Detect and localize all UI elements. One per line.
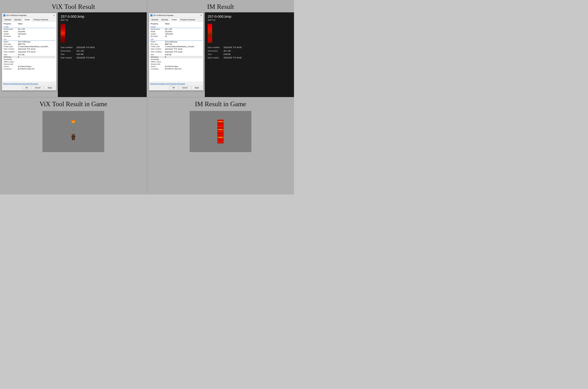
tab-details[interactable]: Details xyxy=(23,18,32,22)
vix-result-quadrant: ViX Tool Result 257-0-000.bmp Properties… xyxy=(0,0,147,97)
vix-thumbnail xyxy=(61,24,65,43)
vix-game-title: ViX Tool Result in Game xyxy=(39,97,107,110)
section-image: Image xyxy=(3,25,55,28)
prop-attributes: AttributesA xyxy=(3,56,55,58)
tab-prev-versions[interactable]: Previous Versions xyxy=(32,18,50,22)
close-icon[interactable]: ✕ xyxy=(53,14,55,17)
im-dialog: 257-0-000.bmp Properties ✕ General Secur… xyxy=(149,13,204,91)
im-section-image: Image xyxy=(150,25,202,28)
prop-sharedwith: Shared with xyxy=(3,63,55,65)
im-tab-prev-versions[interactable]: Previous Versions xyxy=(179,18,197,22)
im-game-quadrant: IM Result in Game xyxy=(147,97,294,195)
im-prop-table: Property Value Image Dimensions28 x 120 xyxy=(150,23,202,70)
im-game-character xyxy=(217,120,224,143)
vix-tabs: General Security Details Previous Versio… xyxy=(2,18,56,22)
im-section-file: File xyxy=(150,37,202,41)
im-dialog-footer: Remove Properties and Personal Informati… xyxy=(149,82,203,90)
remove-properties-link[interactable]: Remove Properties and Personal Informati… xyxy=(3,83,55,85)
im-tab-security[interactable]: Security xyxy=(160,18,170,22)
vix-game-quadrant: ViX Tool Result in Game xyxy=(0,97,147,195)
file-icon-im xyxy=(150,14,152,16)
im-tabs: General Security Details Previous Versio… xyxy=(149,18,203,22)
vix-btn-row: OK Cancel Apply xyxy=(3,86,55,89)
im-cancel-button[interactable]: Cancel xyxy=(179,86,190,89)
im-prop-size: Size6.69 KB xyxy=(150,54,202,56)
im-thumbnail xyxy=(208,24,212,43)
vix-dialog-title: 257-0-000.bmp Properties xyxy=(6,14,27,16)
vix-dialog-body: Property Value Image Dimensions xyxy=(2,22,56,82)
im-prop-availability: Availability xyxy=(150,58,202,61)
vix-prop-table: Property Value Image Dimensions xyxy=(3,23,55,70)
prop-computer: ComputerELTON-PC (this PC) xyxy=(3,68,55,70)
cancel-button[interactable]: Cancel xyxy=(32,86,43,89)
im-apply-button[interactable]: Apply xyxy=(191,86,202,89)
main-grid: ViX Tool Result 257-0-000.bmp Properties… xyxy=(0,0,294,194)
enemy-head xyxy=(71,120,75,123)
vix-titlebar-left: 257-0-000.bmp Properties xyxy=(3,14,27,16)
prop-datecreated: Date created2022/10/5 下午 04:53 xyxy=(3,48,55,51)
im-dialog-title: 257-0-000.bmp Properties xyxy=(153,14,174,16)
im-prop-dimensions: Dimensions28 x 120 xyxy=(150,28,202,30)
im-prop-computer: ComputerELTON-PC (this PC) xyxy=(150,68,202,70)
vix-dialog-wrapper: 257-0-000.bmp Properties ✕ General Secur… xyxy=(0,12,58,97)
im-prop-bitdepth: Bit depth16 xyxy=(150,35,202,37)
im-btn-row: OK Cancel Apply xyxy=(150,86,202,89)
file-icon xyxy=(3,14,5,16)
vix-dark-panel: 257-0-000.bmp BMP File Date modified:202… xyxy=(58,12,147,97)
im-prop-width: Width28 pixels xyxy=(150,30,202,33)
prop-offlinestatus: Offline status xyxy=(3,61,55,63)
vix-dialog: 257-0-000.bmp Properties ✕ General Secur… xyxy=(2,13,57,91)
monkey-body xyxy=(72,135,75,138)
im-prop-datecreated: Date created2022/10/5 下午 04:50 xyxy=(150,48,202,51)
vix-filetype: BMP File xyxy=(61,19,144,21)
im-remove-properties-link[interactable]: Remove Properties and Personal Informati… xyxy=(150,83,202,85)
vix-titlebar: 257-0-000.bmp Properties ✕ xyxy=(2,13,56,18)
im-filename: 257-0-000.bmp xyxy=(208,15,291,19)
im-title: IM Result xyxy=(207,0,234,12)
monkey-legs xyxy=(72,138,75,140)
ok-button[interactable]: OK xyxy=(22,86,31,89)
im-prop-folderpath: Folder pathC:\Users\elton\Github\bmp_con… xyxy=(150,45,202,48)
prop-availability: Availability xyxy=(3,58,55,61)
vix-dialog-footer: Remove Properties and Personal Informati… xyxy=(2,82,56,90)
im-prop-sharedwith: Shared with xyxy=(150,63,202,65)
im-result-quadrant: IM Result 257-0-000.bmp Properties ✕ Gen… xyxy=(147,0,294,97)
tab-security[interactable]: Security xyxy=(13,18,23,22)
prop-dimensions: Dimensions28 x 120 xyxy=(3,28,55,30)
im-dark-panel: 257-0-000.bmp BMP File Date modified:202… xyxy=(205,12,294,97)
section-file: File xyxy=(3,37,55,41)
prop-bitdepth: Bit depth16 xyxy=(3,35,55,37)
prop-itemtype: Item typeBMP File xyxy=(3,43,55,45)
prop-datemodified: Date modified2022/10/5 下午 04:54 xyxy=(3,51,55,54)
vix-content: 257-0-000.bmp Properties ✕ General Secur… xyxy=(0,12,147,97)
im-ok-button[interactable]: OK xyxy=(169,86,178,89)
prop-size: Size6.61 KB xyxy=(3,54,55,56)
vix-game-character xyxy=(71,120,75,140)
im-tab-general[interactable]: General xyxy=(150,18,160,22)
im-close-icon[interactable]: ✕ xyxy=(200,14,202,17)
apply-button[interactable]: Apply xyxy=(44,86,55,89)
im-prop-offlinestatus: Offline status xyxy=(150,61,202,63)
im-dialog-body: Property Value Image Dimensions28 x 120 xyxy=(149,22,203,82)
im-prop-name: Name257-0-000.bmp xyxy=(150,40,202,43)
im-fileinfo: Date modified:2022/10/5 下午 04:50 Dimensi… xyxy=(208,46,291,60)
im-game-viewport xyxy=(190,111,251,152)
vix-game-viewport xyxy=(42,111,104,152)
prop-folderpath: Folder pathC:\Users\elton\Github\bmp_con… xyxy=(3,45,55,48)
prop-owner: OwnerELTON-PC\elton xyxy=(3,65,55,68)
vix-fileinfo: Date modified:2022/10/5 下午 04:54 Dimensi… xyxy=(61,46,144,60)
im-prop-itemtype: Item typeBMP File xyxy=(150,43,202,45)
im-titlebar-left: 257-0-000.bmp Properties xyxy=(150,14,174,16)
im-staff-sprite xyxy=(217,120,224,143)
im-prop-height: Height120 pixels xyxy=(150,33,202,35)
prop-name: Name257-0-000.bmp xyxy=(3,40,55,43)
im-prop-owner: OwnerELTON-PC\elton xyxy=(150,65,202,68)
im-dialog-wrapper: 257-0-000.bmp Properties ✕ General Secur… xyxy=(147,12,205,97)
vix-filename: 257-0-000.bmp xyxy=(61,15,144,19)
im-tab-details[interactable]: Details xyxy=(170,18,179,22)
prop-height: Height120 pixels xyxy=(3,33,55,35)
im-filetype: BMP File xyxy=(208,19,291,21)
tab-general[interactable]: General xyxy=(3,18,13,22)
prop-width: Width28 pixels xyxy=(3,30,55,33)
im-titlebar: 257-0-000.bmp Properties ✕ xyxy=(149,13,203,18)
